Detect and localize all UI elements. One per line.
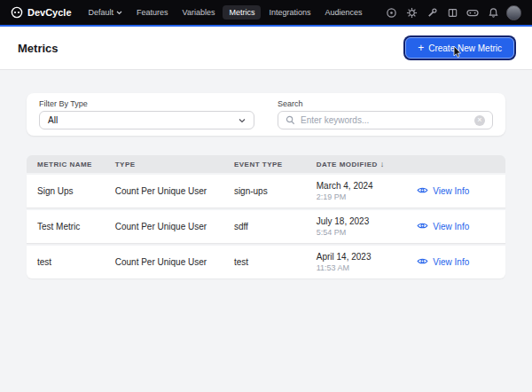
metric-type-cell: Count Per Unique User [115,186,234,196]
filter-type-select[interactable]: All [39,111,254,129]
sort-descending-icon[interactable]: ↓ [380,160,385,169]
search-label: Search [278,99,493,108]
eye-icon [417,186,428,196]
actions-cell: View Info [417,257,495,267]
page-header: Metrics + Create New Metric [0,27,532,70]
clear-search-icon[interactable]: × [474,115,485,126]
devcycle-logo-icon [11,6,23,19]
time-value: 11:53 AM [317,263,418,272]
nav-item-metrics[interactable]: Metrics [223,5,261,20]
view-info-link[interactable]: View Info [417,222,495,231]
metric-name-cell: test [37,257,115,267]
column-header-event-type[interactable]: Event Type [234,161,317,169]
create-new-metric-label: Create New Metric [428,43,502,53]
notifications-bell-icon[interactable] [486,5,500,20]
actions-cell: View Info [417,222,495,231]
metric-name-cell: Sign Ups [37,186,115,196]
metric-type-cell: Count Per Unique User [115,257,234,267]
column-header-date-modified[interactable]: Date Modified ↓ [317,160,418,169]
date-modified-cell: July 18, 2023 5:54 PM [317,216,418,237]
wrench-icon[interactable] [425,5,439,20]
discord-gamepad-icon[interactable] [466,5,480,20]
view-info-label: View Info [433,186,469,196]
event-type-cell: sign-ups [234,186,317,196]
search-field: Search × [278,99,493,129]
table-header-row: Metric Name Type Event Type Date Modifie… [27,155,505,173]
brand-name: DevCycle [27,7,72,18]
settings-gear-icon[interactable] [404,5,419,20]
chevron-down-icon [239,115,246,125]
nav-item-features[interactable]: Features [130,5,175,20]
view-info-label: View Info [433,257,469,267]
date-value: July 18, 2023 [317,216,418,226]
filter-card: Filter By Type All Search × [27,93,505,136]
metric-type-cell: Count Per Unique User [115,222,234,231]
time-value: 2:19 PM [317,192,418,201]
page-title: Metrics [18,42,59,55]
search-input[interactable] [301,115,469,125]
top-navbar: DevCycle Default Features Variables Metr… [0,0,532,27]
view-info-link[interactable]: View Info [417,257,495,267]
filter-type-value: All [48,115,58,125]
nav-item-project-default[interactable]: Default [82,5,129,20]
date-modified-cell: March 4, 2024 2:19 PM [317,181,418,201]
chevron-down-icon [116,8,122,17]
search-icon [286,113,295,129]
table-row[interactable]: Sign Ups Count Per Unique User sign-ups … [27,175,505,208]
column-header-label: Type [115,161,136,169]
nav-item-label: Metrics [229,8,254,17]
table-row[interactable]: test Count Per Unique User test April 14… [27,246,505,278]
column-header-label: Metric Name [37,161,92,169]
event-type-cell: test [234,257,317,267]
date-modified-cell: April 14, 2023 11:53 AM [317,252,418,272]
mouse-cursor-icon [453,46,462,59]
nav-item-label: Integrations [269,8,310,17]
filter-type-label: Filter By Type [39,99,254,108]
eye-icon [417,257,428,267]
column-header-metric-name[interactable]: Metric Name [37,161,115,169]
docs-book-icon[interactable] [445,5,459,20]
nav-item-label: Variables [183,8,215,17]
date-value: March 4, 2024 [317,181,418,191]
user-avatar[interactable] [506,5,521,20]
event-type-cell: sdff [234,222,317,231]
column-header-type[interactable]: Type [115,161,234,169]
brand[interactable]: DevCycle [11,6,72,19]
nav-item-audiences[interactable]: Audiences [319,5,369,20]
main-content: Filter By Type All Search × [0,70,532,278]
column-header-label: Event Type [234,161,283,169]
create-new-metric-button[interactable]: + Create New Metric [405,37,514,59]
date-value: April 14, 2023 [317,252,418,262]
search-box: × [278,111,493,129]
plus-icon: + [418,43,424,53]
status-icon[interactable] [384,5,398,20]
nav-item-variables[interactable]: Variables [176,5,222,20]
metric-name-cell: Test Metric [37,222,115,231]
filter-type-field: Filter By Type All [39,99,254,129]
actions-cell: View Info [417,186,495,196]
column-header-label: Date Modified [317,161,378,169]
view-info-label: View Info [433,222,469,231]
metrics-table: Metric Name Type Event Type Date Modifie… [27,155,505,278]
navbar-actions [384,5,521,20]
time-value: 5:54 PM [317,228,418,237]
primary-nav: Default Features Variables Metrics Integ… [82,5,369,20]
view-info-link[interactable]: View Info [417,186,495,196]
nav-item-label: Default [89,8,114,17]
nav-item-label: Features [137,8,168,17]
nav-item-integrations[interactable]: Integrations [262,5,317,20]
eye-icon [417,222,428,231]
table-row[interactable]: Test Metric Count Per Unique User sdff J… [27,210,505,243]
nav-item-label: Audiences [325,8,363,17]
